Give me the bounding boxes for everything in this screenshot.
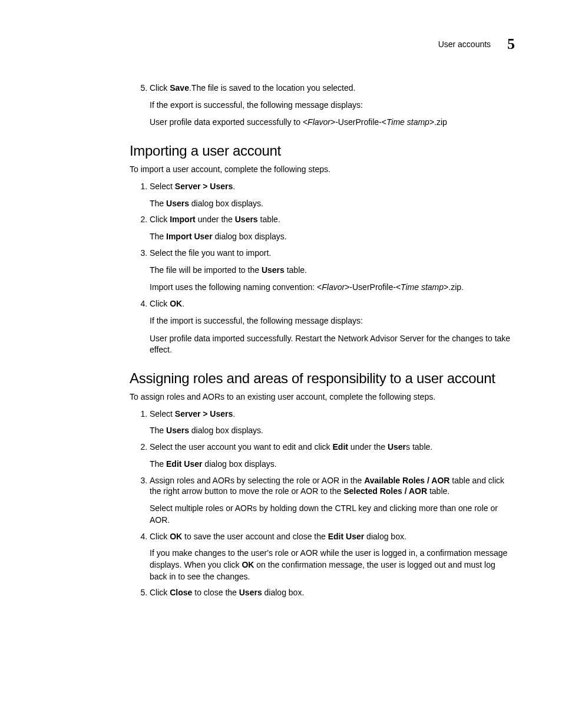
page-header: User accounts 5 bbox=[47, 35, 515, 53]
assigning-steps: Select Server > Users. The Users dialog … bbox=[130, 409, 515, 599]
chapter-number: 5 bbox=[507, 35, 515, 53]
list-item: Click OK to save the user account and cl… bbox=[150, 531, 515, 583]
body-content: Click Save.The file is saved to the loca… bbox=[130, 83, 515, 598]
step-sub: The Users dialog box displays. bbox=[150, 425, 515, 437]
page: User accounts 5 Click Save.The file is s… bbox=[0, 0, 562, 638]
step-text: Select Server > Users. bbox=[150, 182, 235, 191]
list-item: Click Import under the Users table. The … bbox=[150, 214, 515, 242]
running-head-title: User accounts bbox=[438, 39, 491, 49]
step-sub: The Users dialog box displays. bbox=[150, 198, 515, 210]
list-item: Click OK. If the import is successful, t… bbox=[150, 298, 515, 356]
step-text: Click OK. bbox=[150, 299, 184, 308]
step-sub: Select multiple roles or AORs by holding… bbox=[150, 503, 515, 526]
list-item: Select Server > Users. The Users dialog … bbox=[150, 181, 515, 209]
step-sub: If you make changes to the user's role o… bbox=[150, 548, 515, 582]
step-text: Select the user account you want to edit… bbox=[150, 442, 432, 452]
step-sub: The file will be imported to the Users t… bbox=[150, 265, 515, 276]
list-item: Select the file you want to import. The … bbox=[150, 248, 515, 294]
list-item: Assign roles and AORs by selecting the r… bbox=[150, 475, 515, 526]
step-sub: The Edit User dialog box displays. bbox=[150, 459, 515, 470]
step-sub: If the export is successful, the followi… bbox=[150, 100, 515, 111]
list-item: Select Server > Users. The Users dialog … bbox=[150, 409, 515, 437]
section-intro: To import a user account, complete the f… bbox=[130, 164, 515, 175]
step-sub: User profile data imported successfully.… bbox=[150, 333, 515, 356]
list-item: Select the user account you want to edit… bbox=[150, 442, 515, 470]
step-sub: User profile data exported successfully … bbox=[150, 117, 515, 129]
importing-steps: Select Server > Users. The Users dialog … bbox=[130, 181, 515, 356]
section-intro: To assign roles and AORs to an existing … bbox=[130, 391, 515, 403]
step-text: Select the file you want to import. bbox=[150, 248, 271, 258]
step-text: Click Save.The file is saved to the loca… bbox=[150, 83, 355, 93]
step-text: Click OK to save the user account and cl… bbox=[150, 532, 406, 541]
step-sub: If the import is successful, the followi… bbox=[150, 315, 515, 327]
step-text: Select Server > Users. bbox=[150, 409, 235, 419]
export-steps-continued: Click Save.The file is saved to the loca… bbox=[130, 83, 515, 129]
step-sub: The Import User dialog box displays. bbox=[150, 231, 515, 243]
step-text: Click Close to close the Users dialog bo… bbox=[150, 588, 304, 597]
step-sub: Import uses the following naming convent… bbox=[150, 282, 515, 294]
step-text: Click Import under the Users table. bbox=[150, 215, 280, 224]
heading-importing: Importing a user account bbox=[130, 143, 515, 159]
list-item: Click Close to close the Users dialog bo… bbox=[150, 587, 515, 598]
step-text: Assign roles and AORs by selecting the r… bbox=[150, 476, 504, 496]
heading-assigning: Assigning roles and areas of responsibil… bbox=[130, 370, 515, 387]
list-item: Click Save.The file is saved to the loca… bbox=[150, 83, 515, 129]
